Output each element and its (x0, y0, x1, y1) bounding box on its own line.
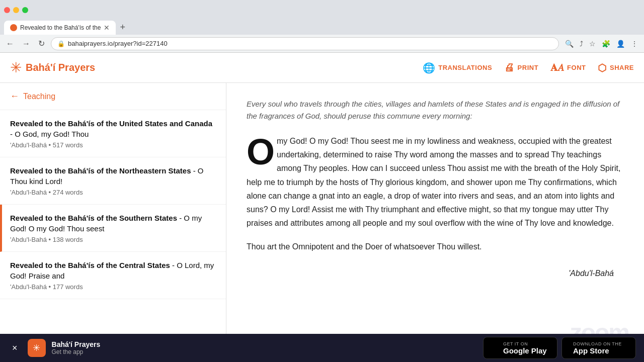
prayer-list-item[interactable]: Revealed to the Bahá'ís of the United St… (0, 110, 226, 157)
font-button[interactable]: 𝐀𝐴 FONT (550, 62, 586, 73)
banner-tagline: Get the app (52, 348, 477, 355)
nav-actions: 🌐 TRANSLATIONS 🖨 PRINT 𝐀𝐴 FONT ⬡ SHARE (236, 62, 634, 74)
content-area: ← Teaching Revealed to the Bahá'ís of th… (0, 83, 644, 362)
app-store-bottom-text: App Store (573, 346, 622, 355)
url-text: bahaiprayers.io/prayer?id=227140 (68, 40, 552, 47)
prayer-item-title: Revealed to the Bahá'ís of the Central S… (10, 260, 216, 281)
print-label: PRINT (518, 64, 539, 71)
google-play-bottom-text: Google Play (503, 346, 547, 355)
prayer-drop-cap: O (247, 138, 275, 165)
menu-icon-button[interactable]: ⋮ (629, 39, 640, 49)
print-button[interactable]: 🖨 PRINT (504, 62, 538, 73)
prayer-item-title: Revealed to the Bahá'ís of the United St… (10, 118, 216, 139)
banner-text-area: Bahá'í Prayers Get the app (52, 340, 477, 355)
banner-app-name: Bahá'í Prayers (52, 340, 477, 348)
prayer-sidebar: ← Teaching Revealed to the Bahá'ís of th… (0, 83, 226, 362)
bookmark-icon-button[interactable]: ☆ (587, 39, 598, 49)
prayer-main-content: Every soul who travels through the citie… (226, 83, 644, 362)
share-button[interactable]: ⬡ SHARE (598, 62, 634, 74)
prayer-item-title: Revealed to the Bahá'ís of the Northeast… (10, 165, 216, 187)
lock-icon: 🔒 (57, 40, 65, 47)
profile-icon-button[interactable]: 👤 (614, 39, 627, 49)
logo-icon: ✳ (10, 59, 22, 76)
banner-close-button[interactable]: × (8, 341, 22, 355)
prayer-item-meta: 'Abdu'l-Bahá • 177 words (10, 283, 216, 291)
prayer-item-meta: 'Abdu'l-Bahá • 138 words (10, 236, 216, 243)
prayer-body-text: O my God! O my God! Thou seest me in my … (247, 134, 624, 230)
prayer-list-item[interactable]: Revealed to the Bahá'ís of the Central S… (0, 252, 226, 299)
google-play-top-text: GET IT ON (503, 341, 547, 346)
address-bar: ← → ↻ 🔒 bahaiprayers.io/prayer?id=227140… (0, 35, 644, 53)
translations-label: TRANSLATIONS (438, 64, 492, 71)
prayer-closing-text: Thou art the Omnipotent and the Doer of … (247, 240, 624, 253)
prayer-list-item[interactable]: Revealed to the Bahá'ís of the Northeast… (0, 157, 226, 205)
back-button[interactable]: ← (4, 37, 16, 50)
banner-app-logo: ✳ (28, 339, 46, 357)
globe-icon: 🌐 (423, 62, 436, 74)
print-icon: 🖨 (504, 62, 515, 73)
prayer-item-title: Revealed to the Bahá'ís of the Southern … (10, 213, 216, 234)
extensions-icon-button[interactable]: 🧩 (600, 39, 612, 49)
app-download-banner: × ✳ Bahá'í Prayers Get the app ▶ GET IT … (0, 334, 644, 362)
google-play-button[interactable]: ▶ GET IT ON Google Play (483, 337, 557, 359)
font-label: FONT (567, 64, 586, 71)
prayer-list-item-active[interactable]: Revealed to the Bahá'ís of the Southern … (0, 205, 226, 252)
tab-title: Revealed to the Bahá'ís of the (20, 24, 101, 31)
prayer-item-meta: 'Abdu'l-Bahá • 517 words (10, 141, 216, 149)
prayer-body-content: my God! O my God! Thou seest me in my lo… (247, 137, 620, 227)
browser-tab[interactable]: Revealed to the Bahá'ís of the ✕ (4, 21, 116, 35)
app-store-buttons: ▶ GET IT ON Google Play Download on the … (483, 337, 636, 359)
prayer-attribution: 'Abdu'l-Bahá (247, 269, 624, 278)
tab-favicon (10, 24, 17, 31)
new-tab-button[interactable]: + (116, 20, 129, 35)
sidebar-back-button[interactable]: ← Teaching (0, 83, 226, 110)
font-icon: 𝐀𝐴 (550, 62, 564, 73)
forward-button[interactable]: → (20, 37, 32, 50)
search-icon-button[interactable]: 🔍 (563, 39, 576, 49)
google-play-icon: ▶ (491, 341, 499, 354)
app-store-top-text: Download on the (573, 341, 622, 346)
share-label: SHARE (610, 64, 634, 71)
share-icon: ⬡ (598, 62, 607, 74)
tab-close-button[interactable]: ✕ (104, 24, 110, 32)
traffic-light-yellow[interactable] (13, 7, 19, 13)
app-store-button[interactable]: Download on the App Store (561, 337, 636, 359)
url-field[interactable]: 🔒 bahaiprayers.io/prayer?id=227140 (51, 37, 559, 50)
back-arrow-icon: ← (10, 91, 19, 102)
traffic-light-green[interactable] (22, 7, 28, 13)
logo-area: ✳ Bahá'í Prayers (10, 59, 236, 76)
refresh-button[interactable]: ↻ (36, 37, 47, 50)
translations-button[interactable]: 🌐 TRANSLATIONS (423, 62, 492, 74)
traffic-light-red[interactable] (4, 7, 10, 13)
logo-text: Bahá'í Prayers (26, 62, 95, 73)
sidebar-back-label: Teaching (23, 92, 55, 101)
share-icon-button[interactable]: ⤴ (578, 39, 585, 49)
top-navigation: ✳ Bahá'í Prayers 🌐 TRANSLATIONS 🖨 PRINT … (0, 53, 644, 83)
prayer-intro-text: Every soul who travels through the citie… (247, 98, 624, 122)
prayer-item-meta: 'Abdu'l-Bahá • 274 words (10, 189, 216, 196)
